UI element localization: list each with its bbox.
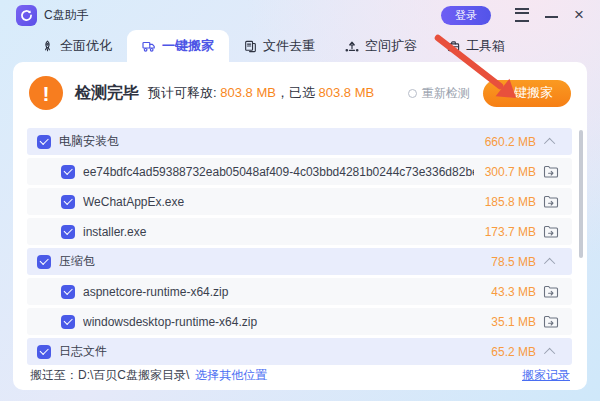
file-name: WeChatAppEx.exe xyxy=(83,195,474,209)
checkbox-checked-icon[interactable] xyxy=(61,195,75,209)
refresh-circle-icon xyxy=(408,89,417,98)
duplicate-files-icon xyxy=(244,40,257,53)
app-title: C盘助手 xyxy=(44,7,89,24)
chevron-up-icon[interactable] xyxy=(544,137,555,148)
move-target-label: 搬迁至： xyxy=(30,367,78,384)
folder-move-icon[interactable] xyxy=(543,165,559,179)
tab-label: 全面优化 xyxy=(60,37,112,55)
expand-jack-icon xyxy=(345,40,359,53)
scan-detail: 预计可释放: 803.8 MB，已选 803.8 MB xyxy=(148,84,374,102)
category-label: 电脑安装包 xyxy=(59,133,474,150)
tab-label: 工具箱 xyxy=(466,37,505,55)
scrollbar-thumb[interactable] xyxy=(579,130,583,258)
file-name: ee74bdfc4ad59388732eab05048af409-4c03bbd… xyxy=(83,165,474,179)
file-name: windowsdesktop-runtime-x64.zip xyxy=(83,315,474,329)
file-size: 43.3 MB xyxy=(474,285,536,299)
close-icon[interactable]: × xyxy=(574,8,584,22)
tab-bar: 全面优化 一键搬家 文件去重 xyxy=(26,30,520,62)
category-row[interactable]: 日志文件65.2 MB xyxy=(27,338,572,365)
tab-full-optimization[interactable]: 全面优化 xyxy=(26,30,127,62)
menu-icon[interactable] xyxy=(515,8,529,22)
category-size: 78.5 MB xyxy=(474,255,536,269)
file-row[interactable]: ee74bdfc4ad59388732eab05048af409-4c03bbd… xyxy=(27,158,572,185)
move-history-link[interactable]: 搬家记录 xyxy=(522,367,570,384)
toolbox-icon xyxy=(447,40,460,53)
recheck-button[interactable]: 重新检测 xyxy=(408,85,470,102)
truck-icon xyxy=(142,40,156,53)
checkbox-checked-icon[interactable] xyxy=(61,225,75,239)
checkbox-checked-icon[interactable] xyxy=(37,135,51,149)
checkbox-checked-icon[interactable] xyxy=(37,345,51,359)
category-row[interactable]: 电脑安装包660.2 MB xyxy=(27,128,572,155)
category-label: 日志文件 xyxy=(59,343,474,360)
choose-other-location-link[interactable]: 选择其他位置 xyxy=(195,367,267,384)
file-size: 185.8 MB xyxy=(474,195,536,209)
category-size: 660.2 MB xyxy=(474,135,536,149)
checkbox-checked-icon[interactable] xyxy=(61,165,75,179)
folder-move-icon[interactable] xyxy=(543,225,559,239)
tab-toolbox[interactable]: 工具箱 xyxy=(432,30,520,62)
rocket-icon xyxy=(41,40,54,53)
chevron-up-icon[interactable] xyxy=(544,257,555,268)
app-logo-icon xyxy=(16,5,37,26)
file-name: installer.exe xyxy=(83,225,474,239)
checkbox-checked-icon[interactable] xyxy=(61,285,75,299)
file-row[interactable]: WeChatAppEx.exe185.8 MB xyxy=(27,188,572,215)
checkbox-checked-icon[interactable] xyxy=(37,255,51,269)
main-panel: 检测完毕 预计可释放: 803.8 MB，已选 803.8 MB 重新检测 一键… xyxy=(13,62,587,390)
scan-summary: 检测完毕 预计可释放: 803.8 MB，已选 803.8 MB 重新检测 一键… xyxy=(13,62,587,124)
scan-status: 检测完毕 xyxy=(75,83,139,104)
category-row[interactable]: 压缩包78.5 MB xyxy=(27,248,572,275)
category-size: 65.2 MB xyxy=(474,345,536,359)
tab-space-expansion[interactable]: 空间扩容 xyxy=(330,30,432,62)
folder-move-icon[interactable] xyxy=(543,285,559,299)
folder-move-icon[interactable] xyxy=(543,315,559,329)
app-window: C盘助手 登录 × 全面优化 一键搬家 xyxy=(0,0,600,401)
tab-label: 空间扩容 xyxy=(365,37,417,55)
file-name: aspnetcore-runtime-x64.zip xyxy=(83,285,474,299)
tab-label: 文件去重 xyxy=(263,37,315,55)
file-size: 300.7 MB xyxy=(474,165,536,179)
file-row[interactable]: aspnetcore-runtime-x64.zip43.3 MB xyxy=(27,278,572,305)
move-target-path: D:\百贝C盘搬家目录\ xyxy=(78,367,189,384)
exclamation-circle-icon xyxy=(29,76,63,110)
login-button[interactable]: 登录 xyxy=(441,6,491,25)
recheck-label: 重新检测 xyxy=(422,85,470,102)
one-click-move-button[interactable]: 一键搬家 xyxy=(483,80,571,107)
file-size: 35.1 MB xyxy=(474,315,536,329)
file-size: 173.7 MB xyxy=(474,225,536,239)
file-row[interactable]: installer.exe173.7 MB xyxy=(27,218,572,245)
file-list: 电脑安装包660.2 MBee74bdfc4ad59388732eab05048… xyxy=(27,128,572,368)
title-bar: C盘助手 登录 × xyxy=(0,0,600,30)
minimize-icon[interactable] xyxy=(545,16,558,18)
folder-move-icon[interactable] xyxy=(543,195,559,209)
file-row[interactable]: windowsdesktop-runtime-x64.zip35.1 MB xyxy=(27,308,572,335)
tab-file-dedup[interactable]: 文件去重 xyxy=(229,30,330,62)
chevron-up-icon[interactable] xyxy=(544,347,555,358)
checkbox-checked-icon[interactable] xyxy=(61,315,75,329)
tab-one-click-move[interactable]: 一键搬家 xyxy=(127,30,229,62)
category-label: 压缩包 xyxy=(59,253,474,270)
footer-bar: 搬迁至： D:\百贝C盘搬家目录\ 选择其他位置 搬家记录 xyxy=(30,365,570,385)
tab-label: 一键搬家 xyxy=(162,37,214,55)
